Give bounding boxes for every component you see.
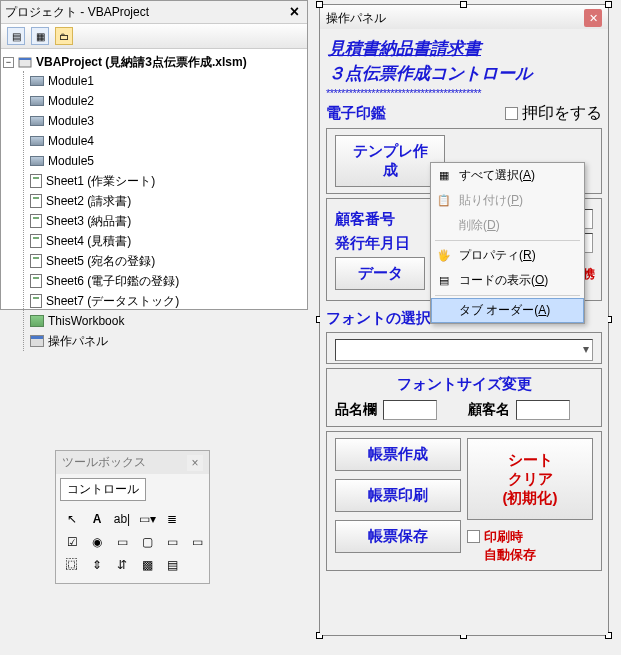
- autosave-label: 印刷時 自動保存: [484, 528, 536, 564]
- module-icon: [30, 136, 44, 146]
- project-explorer-title: プロジェクト - VBAProject: [5, 4, 149, 21]
- userform-close-icon[interactable]: ✕: [584, 9, 602, 27]
- toggle-folders-icon[interactable]: 🗀: [55, 27, 73, 45]
- context-menu-item: 削除(D): [431, 213, 584, 238]
- issue-date-label: 発行年月日: [335, 234, 410, 253]
- blank-icon: [436, 218, 452, 234]
- font-size-col2-input[interactable]: [516, 400, 570, 420]
- tree-item[interactable]: Sheet2 (請求書): [30, 191, 305, 211]
- blank-icon: [437, 303, 453, 319]
- tree-item[interactable]: Sheet4 (見積書): [30, 231, 305, 251]
- tool-refedit-icon[interactable]: ▤: [162, 555, 182, 575]
- view-object-icon[interactable]: ▦: [31, 27, 49, 45]
- report-create-button[interactable]: 帳票作成: [335, 438, 461, 471]
- tool-image-icon[interactable]: ▩: [137, 555, 157, 575]
- stamp-checkbox[interactable]: 押印をする: [505, 103, 602, 124]
- tree-item[interactable]: ThisWorkbook: [30, 311, 305, 331]
- tree-item[interactable]: 操作パネル: [30, 331, 305, 351]
- tree-item-label: ThisWorkbook: [48, 312, 124, 330]
- worksheet-icon: [30, 174, 42, 188]
- worksheet-icon: [30, 294, 42, 308]
- project-explorer-close-icon[interactable]: ×: [286, 3, 303, 21]
- context-menu-label: プロパティ(R): [459, 247, 536, 264]
- module-icon: [30, 116, 44, 126]
- template-create-button[interactable]: テンプレ作成: [335, 135, 445, 187]
- context-menu-item[interactable]: ▦すべて選択(A): [431, 163, 584, 188]
- report-print-button[interactable]: 帳票印刷: [335, 479, 461, 512]
- tree-item[interactable]: Sheet1 (作業シート): [30, 171, 305, 191]
- tool-scrollbar-icon[interactable]: ⇕: [87, 555, 107, 575]
- tool-empty1: [187, 509, 207, 529]
- tool-frame-icon[interactable]: ▢: [137, 532, 157, 552]
- context-menu-label: 削除(D): [459, 217, 500, 234]
- context-menu-separator: [435, 295, 580, 296]
- tool-checkbox-icon[interactable]: ☑: [62, 532, 82, 552]
- data-button[interactable]: データ: [335, 257, 425, 290]
- autosave-checkbox[interactable]: 印刷時 自動保存: [467, 528, 593, 564]
- report-save-button[interactable]: 帳票保存: [335, 520, 461, 553]
- resize-handle-tr[interactable]: [605, 1, 612, 8]
- context-menu-item[interactable]: ▤コードの表示(O): [431, 268, 584, 293]
- tree-item[interactable]: Sheet6 (電子印鑑の登録): [30, 271, 305, 291]
- project-explorer-toolbar: ▤ ▦ 🗀: [1, 24, 307, 49]
- toolbox-close-icon[interactable]: ×: [187, 455, 203, 471]
- context-menu-label: すべて選択(A): [459, 167, 535, 184]
- select-all-icon: ▦: [436, 168, 452, 184]
- stamp-checkbox-label: 押印をする: [522, 103, 602, 124]
- view-code-icon[interactable]: ▤: [7, 27, 25, 45]
- font-size-title: フォントサイズ変更: [335, 375, 593, 394]
- resize-handle-tl[interactable]: [316, 1, 323, 8]
- tool-tabstrip-icon[interactable]: ▭: [187, 532, 207, 552]
- tool-pointer-icon[interactable]: ↖: [62, 509, 82, 529]
- tool-label-icon[interactable]: A: [87, 509, 107, 529]
- resize-handle-tm[interactable]: [460, 1, 467, 8]
- font-size-col1-input[interactable]: [383, 400, 437, 420]
- tool-textbox-icon[interactable]: ab|: [112, 509, 132, 529]
- sheet-clear-button[interactable]: シート クリア (初期化): [467, 438, 593, 520]
- tree-item-label: Sheet6 (電子印鑑の登録): [46, 272, 179, 290]
- font-size-col1-label: 品名欄: [335, 401, 377, 419]
- context-menu-item[interactable]: 🖐プロパティ(R): [431, 243, 584, 268]
- tree-item[interactable]: Sheet3 (納品書): [30, 211, 305, 231]
- font-select-label: フォントの選択: [326, 309, 431, 328]
- divider-stars: ****************************************…: [326, 87, 602, 99]
- tool-togglebutton-icon[interactable]: ▭: [112, 532, 132, 552]
- tree-item[interactable]: Module5: [30, 151, 305, 171]
- userform-caption: 操作パネル: [326, 10, 386, 27]
- tree-item[interactable]: Module1: [30, 71, 305, 91]
- userform-icon: [30, 335, 44, 347]
- tree-item[interactable]: Module2: [30, 91, 305, 111]
- checkbox-box-icon: [467, 530, 480, 543]
- collapse-icon[interactable]: −: [3, 57, 14, 68]
- worksheet-icon: [30, 234, 42, 248]
- userform-titlebar: 操作パネル ✕: [320, 5, 608, 32]
- tree-item-label: Sheet1 (作業シート): [46, 172, 155, 190]
- tree-item[interactable]: Module3: [30, 111, 305, 131]
- toolbox-tools-grid: ↖ A ab| ▭▾ ≣ ☑ ◉ ▭ ▢ ▭ ▭ ⿴ ⇕ ⇵ ▩ ▤: [56, 505, 209, 583]
- tree-item[interactable]: Sheet5 (宛名の登録): [30, 251, 305, 271]
- vba-project-icon: [18, 55, 32, 69]
- tree-item-label: Module1: [48, 72, 94, 90]
- tool-listbox-icon[interactable]: ≣: [162, 509, 182, 529]
- context-menu-label: 貼り付け(P): [459, 192, 523, 209]
- project-root-node[interactable]: − VBAProject (見納請3点伝票作成.xlsm): [3, 53, 305, 71]
- tool-multipage-icon[interactable]: ⿴: [62, 555, 82, 575]
- tree-item[interactable]: Sheet7 (データストック): [30, 291, 305, 311]
- worksheet-icon: [30, 254, 42, 268]
- tool-commandbutton-icon[interactable]: ▭: [162, 532, 182, 552]
- context-menu[interactable]: ▦すべて選択(A)📋貼り付け(P)削除(D)🖐プロパティ(R)▤コードの表示(O…: [430, 162, 585, 324]
- props-icon: 🖐: [436, 248, 452, 264]
- tool-optionbutton-icon[interactable]: ◉: [87, 532, 107, 552]
- tool-combobox-icon[interactable]: ▭▾: [137, 509, 157, 529]
- toolbox-tab-controls[interactable]: コントロール: [60, 478, 146, 501]
- font-select-combobox[interactable]: [335, 339, 593, 361]
- userform-body[interactable]: 見積書納品書請求書 ３点伝票作成コントロール *****************…: [320, 29, 608, 635]
- customer-no-label: 顧客番号: [335, 210, 395, 229]
- tree-item[interactable]: Module4: [30, 131, 305, 151]
- context-menu-label: コードの表示(O): [459, 272, 548, 289]
- tool-spinbutton-icon[interactable]: ⇵: [112, 555, 132, 575]
- tree-item-label: Module3: [48, 112, 94, 130]
- context-menu-item[interactable]: タブ オーダー(A): [431, 298, 584, 323]
- tree-item-label: Sheet5 (宛名の登録): [46, 252, 155, 270]
- checkbox-box-icon: [505, 107, 518, 120]
